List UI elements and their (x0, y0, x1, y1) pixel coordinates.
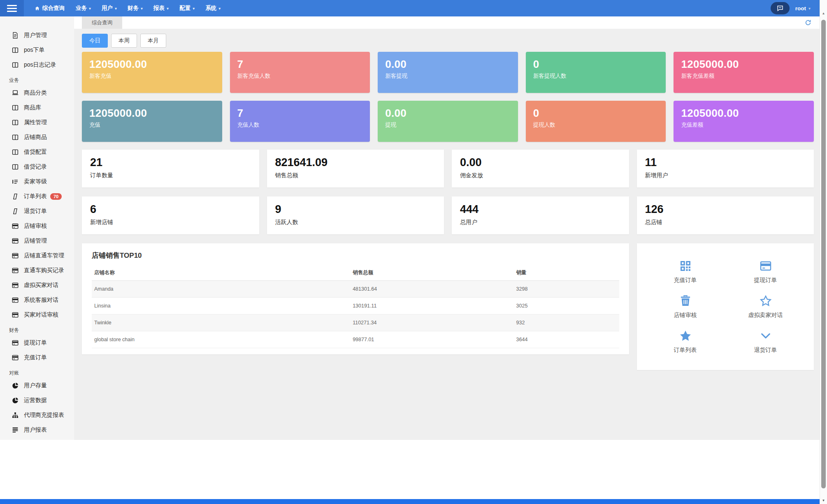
stat-label: 提现人数 (533, 121, 659, 129)
sidebar-item[interactable]: 借贷记录 (0, 160, 74, 174)
sidebar-item[interactable]: 用户存量 (0, 378, 74, 393)
table-row[interactable]: Linsina130191.113025 (92, 298, 619, 314)
nav-menu-item[interactable]: 业务▾ (70, 0, 96, 16)
sidebar-item-label: 属性管理 (24, 119, 47, 126)
table-row[interactable]: Amanda481301.643298 (92, 281, 619, 298)
scroll-up-arrow[interactable]: ▲ (820, 12, 827, 15)
sidebar-item[interactable]: 提现订单 (0, 335, 74, 350)
sidebar-item[interactable]: 用户报表 (0, 423, 74, 437)
scrollbar-thumb[interactable] (821, 20, 826, 488)
nav-menu-item[interactable]: 用户▾ (96, 0, 122, 16)
stat-label: 新客充值人数 (237, 72, 363, 80)
summary-value: 11 (645, 156, 806, 169)
user-menu[interactable]: root ▾ (795, 5, 811, 12)
stat-card: 0.00新客提现 (378, 52, 518, 93)
trash-icon (679, 294, 692, 307)
scrollbar[interactable]: ▲ ▼ (820, 0, 827, 504)
table-header-cell: 销量 (514, 264, 619, 281)
stat-card: 1205000.00充值差额 (674, 101, 814, 142)
filter-month-button[interactable]: 本月 (140, 34, 166, 48)
quick-action-label: 店铺审核 (674, 312, 697, 319)
qrcode-icon (679, 259, 692, 273)
quick-action[interactable]: 店铺审核 (645, 289, 725, 324)
table-cell: global store chain (92, 331, 350, 348)
sidebar-item-label: 商品库 (24, 104, 41, 111)
period-filters: 今日 本周 本月 (82, 34, 814, 48)
stat-card: 1205000.00新客充值差额 (674, 52, 814, 93)
sidebar-item[interactable]: 借贷配置 (0, 145, 74, 160)
quick-action[interactable]: 退货订单 (725, 324, 806, 359)
nav-menu-item[interactable]: 报表▾ (148, 0, 174, 16)
table-cell: 3025 (514, 298, 619, 314)
sidebar-item-label: 店铺直通车管理 (24, 252, 64, 259)
table-row[interactable]: Twinkle110271.34932 (92, 314, 619, 331)
tab-summary-query[interactable]: 综合查询 (82, 16, 122, 29)
sidebar-item[interactable]: 运营数据 (0, 393, 74, 408)
file-text-icon (12, 32, 19, 39)
summary-label: 佣金发放 (460, 172, 621, 179)
credit-card-icon (12, 282, 19, 289)
sidebar-item[interactable]: 虚拟买家对话 (0, 278, 74, 293)
scroll-down-arrow[interactable]: ▼ (820, 499, 827, 502)
sidebar-item[interactable]: pos下单 (0, 43, 74, 58)
nav-menu-label: 财务 (128, 5, 139, 12)
stat-cards-row-1: 1205000.00新客充值7新客充值人数0.00新客提现0新客提现人数1205… (82, 52, 814, 93)
sidebar-item[interactable]: 充值订单 (0, 350, 74, 365)
nav-brand-label: 综合查询 (42, 5, 65, 12)
dashboard-content: 今日 本周 本月 1205000.00新客充值7新客充值人数0.00新客提现0新… (74, 29, 820, 440)
sidebar-item[interactable]: 退货订单 (0, 204, 74, 219)
sidebar-item-label: 订单列表 (24, 193, 47, 200)
pie-chart-icon (12, 397, 19, 404)
sidebar-item[interactable]: 店铺直通车管理 (0, 248, 74, 263)
columns-icon (12, 163, 19, 171)
quick-action[interactable]: 虚拟卖家对话 (725, 289, 806, 324)
pie-chart-icon (12, 382, 19, 389)
sidebar-item[interactable]: 卖家等级 (0, 174, 74, 189)
sidebar-item[interactable]: 订单列表70 (0, 189, 74, 204)
sidebar-item[interactable]: 店铺管理 (0, 234, 74, 248)
chat-button[interactable] (771, 2, 790, 14)
sidebar-item-label: pos下单 (24, 46, 45, 54)
chevron-down-icon (759, 329, 772, 342)
top-navbar: 综合查询 业务▾用户▾财务▾报表▾配置▾系统▾ root ▾ (0, 0, 820, 16)
table-row[interactable]: global store chain99877.013644 (92, 331, 619, 348)
columns-icon (12, 46, 19, 54)
sidebar-item[interactable]: 店铺商品 (0, 130, 74, 145)
summary-card: 6新增店铺 (82, 197, 259, 234)
filter-week-button[interactable]: 本周 (111, 34, 137, 48)
sidebar-item[interactable]: 商品分类 (0, 86, 74, 100)
sidebar-item[interactable]: pos日志记录 (0, 58, 74, 72)
sidebar-item[interactable]: 商品库 (0, 100, 74, 115)
sidebar-item[interactable]: 直通车购买记录 (0, 263, 74, 278)
star-icon (679, 329, 692, 342)
quick-action[interactable]: 充值订单 (645, 254, 725, 289)
quick-action[interactable]: 提现订单 (725, 254, 806, 289)
sidebar-item[interactable]: 属性管理 (0, 115, 74, 130)
table-cell: Twinkle (92, 314, 350, 331)
sidebar-item[interactable]: 店铺审核 (0, 219, 74, 234)
sidebar-item-label: 用户报表 (24, 426, 47, 434)
stat-value: 1205000.00 (681, 107, 806, 120)
sidebar-item[interactable]: 买家对话审核 (0, 307, 74, 322)
nav-menu-item[interactable]: 系统▾ (200, 0, 226, 16)
stat-value: 1205000.00 (89, 107, 215, 120)
hamburger-button[interactable] (0, 0, 24, 16)
sidebar-item[interactable]: 用户管理 (0, 28, 74, 43)
nav-brand[interactable]: 综合查询 (24, 5, 70, 12)
sidebar-item[interactable]: 代理商充提报表 (0, 408, 74, 423)
credit-card-icon (12, 237, 19, 245)
summary-card: 9活跃人数 (267, 197, 444, 234)
stat-value: 7 (237, 58, 363, 71)
stat-value: 0 (533, 58, 659, 71)
quick-action[interactable]: 订单列表 (645, 324, 725, 359)
summary-label: 总用户 (460, 219, 621, 226)
summary-label: 新增用户 (645, 172, 806, 179)
sidebar-item[interactable]: 系统客服对话 (0, 293, 74, 307)
refresh-icon[interactable] (805, 19, 811, 26)
stat-label: 充值 (89, 121, 215, 129)
stat-label: 充值人数 (237, 121, 363, 129)
filter-today-button[interactable]: 今日 (82, 34, 108, 48)
nav-menu-item[interactable]: 配置▾ (174, 0, 200, 16)
nav-menu-item[interactable]: 财务▾ (122, 0, 148, 16)
summary-label: 活跃人数 (275, 219, 436, 226)
